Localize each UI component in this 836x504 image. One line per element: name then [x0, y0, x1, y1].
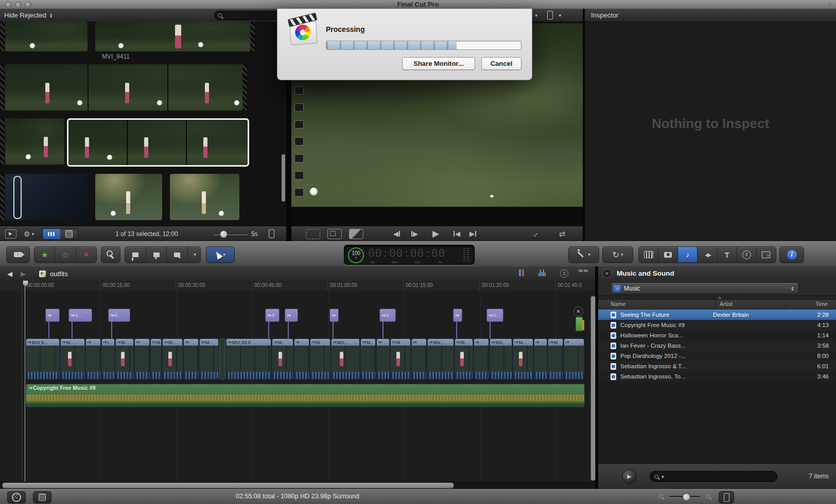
unrate-button[interactable]: ☆	[55, 247, 76, 262]
timeline-video-clip[interactable]: ≡▾M	[115, 338, 134, 380]
timeline-video-clip[interactable]: ≡▾	[474, 338, 489, 380]
timeline-title-clip[interactable]: ≡▾S	[265, 309, 280, 322]
keyword-editor-button[interactable]	[101, 246, 120, 263]
transitions-browser-button[interactable]: ◀▶	[698, 247, 717, 262]
timeline-video-clip[interactable]: ≡▾M..	[455, 338, 473, 380]
display-dropdown-icon[interactable]: ▾	[559, 13, 561, 18]
clip-duration-slider[interactable]	[214, 233, 248, 235]
solo-toggle-icon[interactable]	[579, 269, 588, 272]
browser-scrollbar[interactable]	[282, 154, 285, 202]
filmstrip-view-button[interactable]	[43, 229, 60, 239]
zoom-window-button[interactable]	[25, 2, 31, 8]
browser-clip-filmstrip[interactable]	[5, 64, 247, 111]
timeline-title-clip[interactable]: ≡▾	[285, 309, 298, 322]
zoom-out-icon[interactable]	[659, 494, 663, 498]
video-browser-button[interactable]	[639, 247, 658, 262]
timeline-title-clip[interactable]: ≡▾K..	[108, 309, 130, 322]
loop-playback-icon[interactable]: ⇄	[559, 229, 565, 239]
previous-frame-button[interactable]: ◀	[393, 230, 400, 238]
audio-meter[interactable]	[463, 248, 469, 261]
timeline-video-clip[interactable]: ≡▾	[294, 338, 309, 380]
play-button[interactable]: ▶	[432, 228, 439, 239]
timeline-video-clip[interactable]: ≡▾	[183, 338, 199, 380]
waveform-toggle-icon[interactable]	[269, 229, 274, 238]
share-monitor-button[interactable]: Share Monitor...	[402, 57, 475, 70]
timeline-vertical-scrollbar[interactable]	[590, 296, 596, 481]
timeline-title-clip[interactable]: ≡▾	[45, 309, 60, 322]
gear-dropdown-icon[interactable]: ▾	[32, 231, 34, 237]
color-mask-icon[interactable]	[349, 229, 363, 239]
timeline-video-clip[interactable]: ≡▾M	[390, 338, 411, 380]
browser-clip-thumbnail[interactable]	[170, 174, 239, 220]
timeline-zoom-slider[interactable]	[669, 496, 700, 497]
music-track-row[interactable]: Seeing The Future Dexter Britain 2:28	[598, 310, 836, 320]
select-tool-button[interactable]: ▾	[206, 246, 235, 263]
themes-browser-button[interactable]	[757, 247, 776, 262]
filter-dropdown[interactable]: Hide Rejected	[4, 11, 46, 19]
timeline-audio-clip[interactable]: ≡▾Copyright Free Music #9	[26, 384, 585, 407]
clip-appearance-button[interactable]	[719, 491, 734, 503]
column-artist[interactable]: Artist	[720, 301, 733, 307]
playhead[interactable]	[25, 281, 25, 481]
timeline-video-clip[interactable]: ≡▾M	[310, 338, 330, 380]
timeline-video-clip[interactable]: ≡▾M.	[150, 338, 162, 380]
timeline-video-clip[interactable]: ≡▾	[534, 338, 547, 380]
browser-search-field[interactable]	[214, 11, 282, 20]
timeline-video-clip[interactable]: ≡▾	[376, 338, 390, 380]
range-tool-icon[interactable]	[306, 229, 320, 239]
timeline-video-clip[interactable]: ≡▾M..	[360, 338, 376, 380]
timeline-video-clip[interactable]: ≡▾M...	[60, 338, 85, 380]
import-media-button[interactable]: ↓	[6, 246, 30, 263]
music-browser-button[interactable]: ♪	[678, 247, 698, 262]
browser-clip-thumbnail[interactable]	[5, 174, 88, 220]
timeline-title-clip[interactable]: ≡▾	[329, 309, 339, 322]
music-track-row[interactable]: Sebastian Ingrosso & T... 6:01	[598, 361, 836, 371]
browser-clip-thumbnail[interactable]	[5, 118, 64, 165]
timeline-video-clip[interactable]: ≡▾	[134, 338, 150, 380]
music-track-row[interactable]: Pop Danthology 2012 -... 8:00	[598, 351, 836, 361]
filmstrip-play-button[interactable]: ▶	[5, 229, 16, 239]
zoom-dropdown-icon[interactable]: ▾	[535, 13, 537, 18]
timeline-back-button[interactable]: ◀	[7, 270, 12, 278]
timeline-video-clip[interactable]: ≡▾M	[548, 338, 563, 380]
timeline-video-clip[interactable]: ≡▾MV..	[490, 338, 512, 380]
music-track-row[interactable]: Copyright Free Music #9 4:13	[598, 320, 836, 330]
timeline-title-clip[interactable]: ≡▾S	[379, 309, 396, 322]
timeline-video-clip[interactable]: ≡▾	[85, 338, 101, 380]
timeline-video-clip[interactable]: ≡▾MVI 93.8	[226, 338, 271, 380]
preview-play-button[interactable]: ▶	[622, 469, 637, 484]
snapping-toggle-icon[interactable]: S	[560, 269, 568, 278]
timeline-title-clip[interactable]: ≡▾S...	[486, 309, 503, 322]
music-track-row[interactable]: Halloween Horror Sca... 1:14	[598, 330, 836, 340]
inspector-toggle-button[interactable]: i	[779, 246, 804, 263]
timeline-horizontal-scrollbar[interactable]	[0, 481, 595, 489]
music-search-field[interactable]: ▾	[650, 471, 777, 482]
transform-tool-icon[interactable]	[327, 229, 342, 239]
scrollbar-thumb[interactable]	[2, 482, 454, 489]
fullscreen-icon[interactable]: ↔	[825, 0, 833, 8]
connected-audio-sliver[interactable]	[582, 320, 584, 330]
enhancements-button[interactable]: ▾	[568, 246, 599, 263]
slider-thumb[interactable]	[220, 230, 228, 238]
favorite-button[interactable]: ★	[34, 247, 55, 262]
minimize-window-button[interactable]	[15, 2, 22, 8]
next-frame-button[interactable]: ▶	[411, 230, 418, 238]
column-time[interactable]: Time	[815, 301, 828, 307]
timeline-video-clip[interactable]: ≡▾M.	[199, 338, 219, 380]
zoom-in-icon[interactable]	[706, 494, 710, 498]
titles-browser-button[interactable]: T	[718, 247, 737, 262]
end-marker-close-icon[interactable]: ✕	[573, 307, 583, 316]
search-options-icon[interactable]: ▾	[661, 474, 664, 479]
slider-thumb[interactable]	[683, 493, 690, 501]
timecode-value[interactable]: 00:00:00:00	[368, 247, 445, 260]
connect-edit-button[interactable]	[125, 247, 146, 262]
connected-generator-clip[interactable]	[576, 317, 583, 331]
previous-edit-button[interactable]: ◀	[454, 230, 460, 238]
timeline-video-clip[interactable]: ≡▾MV...	[427, 338, 454, 380]
timeline-video-clip[interactable]: ≡▾	[564, 338, 584, 380]
generators-browser-button[interactable]: 2	[737, 247, 757, 262]
timeline-video-clip[interactable]: ≡▾M..	[162, 338, 183, 380]
timeline-video-clip[interactable]: ≡▾	[219, 338, 225, 380]
timeline-title-clip[interactable]: ≡▾S...	[68, 309, 92, 322]
skimming-toggle-icon[interactable]	[519, 269, 524, 276]
